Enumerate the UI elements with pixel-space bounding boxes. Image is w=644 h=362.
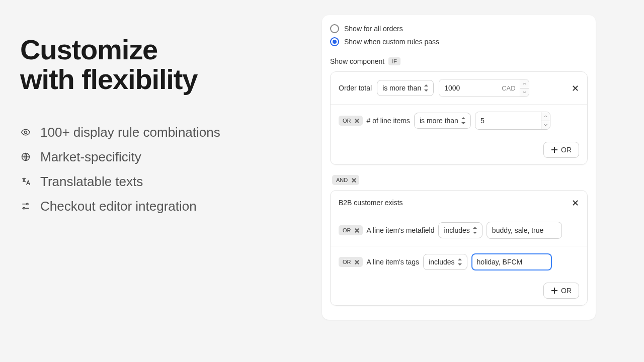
chevron-updown-icon [458,259,462,265]
feature-item: Market-specificity [20,149,302,165]
number-stepper [520,79,529,97]
feature-list: 100+ display rule combinations Market-sp… [20,125,302,214]
radio-option-all-orders[interactable]: Show for all orders [330,22,588,35]
remove-rule-button[interactable] [571,199,579,207]
remove-tag-button[interactable] [354,258,361,265]
rule-row-metafield: OR A line item's metafield includes [331,215,587,246]
radio-option-custom-rules[interactable]: Show when custom rules pass [330,35,588,48]
radio-icon [330,24,339,33]
feature-label: Checkout editor integration [40,199,197,214]
operator-select[interactable]: is more than [377,80,434,96]
value-input[interactable]: holiday, BFCM [471,253,552,270]
show-component-label-row: Show component IF [330,57,588,65]
number-stepper [541,112,550,129]
value-input[interactable] [439,79,500,97]
feature-item: 100+ display rule combinations [20,125,302,140]
globe-icon [20,151,31,162]
value-input[interactable] [487,222,562,239]
value-input-wrap [475,112,550,130]
add-or-button[interactable]: OR [543,283,579,299]
add-or-row: OR [331,137,587,164]
and-connector-row: AND [330,170,588,190]
rule-row-line-items: OR # of line items is more than [331,104,587,137]
visibility-radio-group: Show for all orders Show when custom rul… [330,22,588,48]
feature-item: Checkout editor integration [20,199,302,214]
rule-row-b2b: B2B customer exists [331,191,587,215]
rule-block: Order total is more than CAD [330,71,588,165]
operator-select[interactable]: includes [423,254,467,270]
text-cursor [523,258,523,266]
feature-label: 100+ display rule combinations [40,125,220,140]
currency-label: CAD [500,79,519,97]
rule-field-label: Order total [339,84,372,92]
value-input[interactable] [475,112,541,129]
svg-point-3 [23,208,25,209]
stepper-down[interactable] [520,88,529,97]
eye-icon [20,127,31,138]
stepper-up[interactable] [541,112,550,121]
add-or-row: OR [331,278,587,305]
feature-label: Translatable texts [40,174,143,190]
plus-icon [551,146,558,153]
rule-row-tags: OR A line item's tags includes holiday, … [331,246,587,278]
translate-icon [20,176,31,187]
sliders-icon [20,201,31,212]
feature-item: Translatable texts [20,174,302,190]
feature-label: Market-specificity [40,149,141,165]
remove-tag-button[interactable] [350,176,357,184]
rule-field-label: A line item's metafield [367,226,435,234]
operator-select[interactable]: includes [438,222,482,238]
if-badge: IF [388,57,400,65]
or-tag: OR [339,225,363,235]
page-heading: Customize with flexibility [20,35,302,95]
chevron-updown-icon [473,227,477,233]
and-tag: AND [332,175,359,185]
radio-icon [330,37,339,46]
or-tag: OR [339,257,363,267]
rules-card: Show for all orders Show when custom rul… [322,15,596,320]
stepper-up[interactable] [520,79,529,88]
or-tag: OR [339,116,363,126]
remove-rule-button[interactable] [571,84,579,92]
operator-select[interactable]: is more than [414,113,471,129]
chevron-updown-icon [461,118,465,124]
remove-tag-button[interactable] [354,227,361,234]
plus-icon [551,287,558,294]
add-or-button[interactable]: OR [543,142,579,158]
show-component-label: Show component [330,57,384,65]
rule-block: B2B customer exists OR A line item's met… [330,190,588,306]
rule-field-label: A line item's tags [367,258,420,266]
radio-label: Show when custom rules pass [344,38,439,46]
stepper-down[interactable] [541,121,550,130]
svg-point-0 [25,131,27,134]
rule-field-label: B2B customer exists [339,199,403,207]
svg-point-2 [27,203,28,205]
remove-tag-button[interactable] [354,117,361,124]
radio-label: Show for all orders [344,25,403,33]
value-input-wrap: CAD [439,79,529,97]
rule-row-order-total: Order total is more than CAD [331,72,587,104]
chevron-updown-icon [424,85,428,91]
rule-field-label: # of line items [367,117,410,125]
